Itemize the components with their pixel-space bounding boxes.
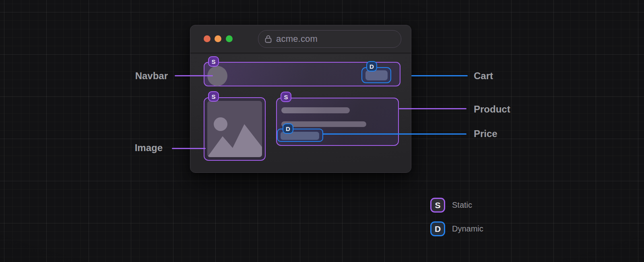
price-dynamic-badge: D: [283, 123, 293, 134]
url-bar[interactable]: acme.com: [258, 30, 401, 48]
traffic-light-close-button[interactable]: [204, 35, 211, 42]
legend-dynamic-label: Dynamic: [452, 224, 483, 233]
price-connector-line: [323, 133, 466, 135]
price-label: Price: [474, 128, 497, 139]
cart-connector-line: [411, 75, 468, 76]
navbar-connector-line: [175, 75, 213, 76]
browser-titlebar: acme.com: [190, 25, 411, 53]
navbar-label: Navbar: [135, 70, 168, 82]
traffic-light-minimize-button[interactable]: [215, 35, 221, 42]
legend-dynamic-badge: D: [430, 221, 445, 236]
cart-dynamic-badge: D: [366, 61, 377, 72]
cart-button[interactable]: [365, 70, 388, 80]
legend-static-badge: S: [430, 198, 445, 213]
diagram-canvas: acme.com S D S S D Navba: [0, 0, 644, 262]
product-description-placeholder: [281, 121, 366, 127]
product-title-placeholder: [281, 107, 350, 113]
url-text: acme.com: [276, 34, 318, 44]
navbar-static-badge: S: [208, 56, 219, 67]
legend-static-row: S Static: [430, 198, 472, 213]
image-region: [204, 97, 266, 161]
legend-dynamic-row: D Dynamic: [430, 221, 483, 236]
product-connector-line: [399, 108, 466, 109]
cart-label: Cart: [474, 70, 493, 82]
lock-icon: [265, 35, 272, 43]
image-connector-line: [172, 148, 206, 149]
picture-icon: [207, 101, 262, 157]
image-placeholder: [207, 101, 262, 157]
legend-static-label: Static: [452, 201, 472, 210]
product-label: Product: [474, 104, 510, 115]
image-static-badge: S: [208, 91, 219, 102]
product-static-badge: S: [281, 92, 291, 102]
image-label: Image: [135, 142, 163, 154]
traffic-light-zoom-button[interactable]: [226, 35, 233, 42]
